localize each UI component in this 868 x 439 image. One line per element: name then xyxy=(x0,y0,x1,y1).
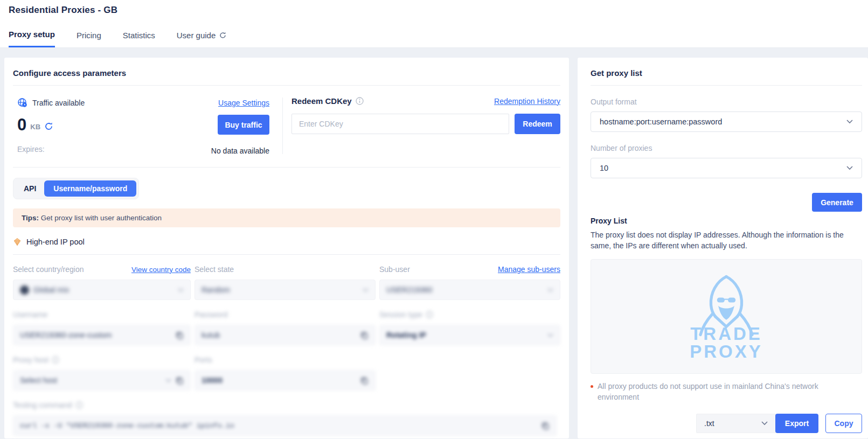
tab-statistics[interactable]: Statistics xyxy=(123,30,155,47)
output-format-select[interactable]: hostname:port:username:password xyxy=(591,112,862,132)
subuser-select[interactable]: USER219360 xyxy=(379,280,560,300)
redemption-history-link[interactable]: Redemption History xyxy=(494,97,560,106)
password-field[interactable]: kutub xyxy=(195,325,376,345)
get-proxy-list-panel: Get proxy list Output format hostname:po… xyxy=(578,58,868,438)
tab-proxy-setup[interactable]: Proxy setup xyxy=(9,30,55,47)
chevron-down-icon xyxy=(178,288,184,292)
redeem-cdkey-title: Redeem CDKey xyxy=(291,96,352,106)
info-circle-icon[interactable] xyxy=(52,356,59,364)
output-format-value: hostname:port:username:password xyxy=(600,117,722,126)
export-format-select[interactable]: .txt xyxy=(696,414,776,433)
country-select[interactable]: Global mix xyxy=(13,280,191,300)
tips-prefix: Tips: xyxy=(22,214,39,222)
password-label: Password xyxy=(195,310,227,319)
chevron-down-icon xyxy=(761,421,768,426)
info-circle-icon[interactable] xyxy=(426,311,433,318)
proxy-count-select[interactable]: 10 xyxy=(591,158,862,178)
tips-banner: Tips: Get proxy list with user authentic… xyxy=(13,208,560,227)
watermark-line-2: PROXY xyxy=(686,343,767,360)
session-type-select[interactable]: Rotating IP xyxy=(379,325,560,345)
copy-icon[interactable] xyxy=(541,422,550,430)
china-warning-text: All proxy products do not support use in… xyxy=(598,381,844,403)
copy-icon[interactable] xyxy=(360,377,369,385)
info-circle-icon[interactable] xyxy=(75,401,83,409)
credentials-row: Username USER219360-zone-custom Password… xyxy=(13,309,560,345)
tab-label: Proxy setup xyxy=(9,30,55,39)
refresh-icon[interactable] xyxy=(44,122,53,131)
proxy-count-label: Number of proxies xyxy=(591,144,862,152)
session-type-label: Session type xyxy=(379,310,422,319)
output-format-label: Output format xyxy=(591,97,862,106)
copy-button[interactable]: Copy xyxy=(825,414,862,433)
traffic-available-label: Traffic available xyxy=(32,99,85,107)
cdkey-input[interactable] xyxy=(291,114,509,134)
chevron-down-icon xyxy=(547,333,553,337)
proxy-list-box[interactable]: TRADE PROXY xyxy=(591,259,862,374)
export-button[interactable]: Export xyxy=(775,414,818,433)
export-format-value: .txt xyxy=(704,419,714,428)
redeem-button[interactable]: Redeem xyxy=(515,114,560,134)
info-circle-icon[interactable] xyxy=(356,97,364,105)
usage-settings-link[interactable]: Usage Settings xyxy=(218,99,269,107)
chevron-down-icon xyxy=(846,166,853,170)
chevron-down-icon xyxy=(547,288,553,292)
redeem-cdkey-block: Redeem CDKey Redemption History Redeem xyxy=(283,96,560,155)
country-value: Global mix xyxy=(33,285,173,294)
auth-tab-username-password[interactable]: Username/password xyxy=(44,180,136,197)
proxy-list-note: The proxy list does not display IP addre… xyxy=(591,229,844,252)
gem-icon xyxy=(13,238,22,246)
region-row: Select country/region View country code … xyxy=(13,264,560,300)
china-warning: All proxy products do not support use in… xyxy=(591,381,844,403)
no-data-text: No data available xyxy=(211,147,269,155)
tab-label: Pricing xyxy=(77,31,101,40)
circular-arrow-icon xyxy=(219,31,227,39)
copy-icon[interactable] xyxy=(176,377,184,385)
copy-icon[interactable] xyxy=(360,331,369,339)
export-row: .txt Export Copy xyxy=(591,414,862,433)
chevron-down-icon xyxy=(846,120,853,124)
subuser-value: USER219360 xyxy=(386,285,543,294)
copy-icon[interactable] xyxy=(176,331,184,339)
proxy-count-value: 10 xyxy=(600,164,608,172)
main-content: Configure access parameters Traffic avai… xyxy=(0,48,868,438)
proxy-host-value: Select host xyxy=(20,376,161,385)
view-country-code-link[interactable]: View country code xyxy=(131,266,191,274)
state-select[interactable]: Random xyxy=(195,280,376,300)
traffic-block: Traffic available 0 KB Expires: Usage Se… xyxy=(13,96,282,155)
tab-pricing[interactable]: Pricing xyxy=(77,30,101,47)
username-field[interactable]: USER219360-zone-custom xyxy=(13,325,191,345)
tab-bar: Proxy setup Pricing Statistics User guid… xyxy=(9,30,859,47)
tab-user-guide[interactable]: User guide xyxy=(177,30,227,47)
proxy-list-title: Proxy List xyxy=(591,217,862,225)
manage-subusers-link[interactable]: Manage sub-users xyxy=(498,265,560,274)
generate-button[interactable]: Generate xyxy=(812,193,862,212)
ports-label: Ports xyxy=(195,356,212,364)
ports-field[interactable]: 10000 xyxy=(195,370,376,391)
configure-access-panel: Configure access parameters Traffic avai… xyxy=(4,58,569,438)
ports-value: 10000 xyxy=(202,376,356,385)
auth-mode-toggle: API Username/password xyxy=(13,178,139,199)
username-label: Username xyxy=(13,310,48,319)
page-header: Residential Proxies - GB Proxy setup Pri… xyxy=(0,0,868,47)
high-end-ip-pool-row: High-end IP pool xyxy=(13,238,560,255)
traffic-unit: KB xyxy=(30,123,40,131)
chevron-down-icon xyxy=(363,288,369,292)
subuser-label: Sub-user xyxy=(379,265,410,274)
traffic-value: 0 xyxy=(17,116,26,133)
testing-command-field[interactable]: curl -x -U "USER219360-zone-custom:kutub… xyxy=(13,415,557,436)
buy-traffic-button[interactable]: Buy traffic xyxy=(218,115,269,135)
tab-label: Statistics xyxy=(123,31,155,40)
session-type-value: Rotating IP xyxy=(386,331,543,339)
host-ports-row: Proxy host Select host Ports 10000 xyxy=(13,354,560,391)
panel-title: Configure access parameters xyxy=(13,66,560,86)
traffic-redeem-row: Traffic available 0 KB Expires: Usage Se… xyxy=(13,88,560,168)
tips-text: Get proxy list with user authentication xyxy=(39,214,162,222)
username-value: USER219360-zone-custom xyxy=(20,331,171,339)
high-end-ip-pool-label: High-end IP pool xyxy=(26,238,85,246)
watermark-line-1: TRADE xyxy=(686,325,767,343)
proxy-host-select[interactable]: Select host xyxy=(13,370,191,391)
chevron-down-icon xyxy=(165,379,171,382)
auth-tab-api[interactable]: API xyxy=(16,181,44,196)
state-value: Random xyxy=(202,285,358,294)
warning-dot-icon xyxy=(591,385,593,388)
